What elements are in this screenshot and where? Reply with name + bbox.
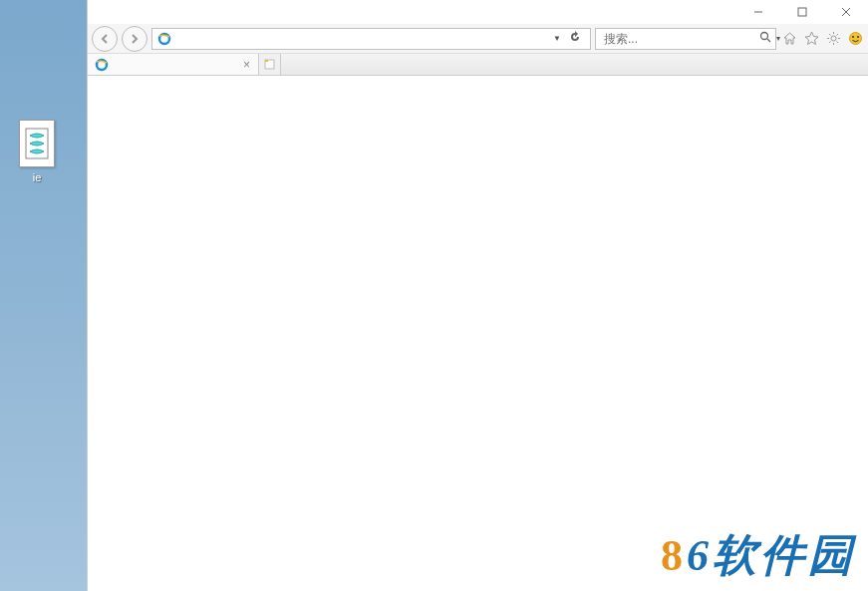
refresh-button[interactable] (564, 31, 586, 46)
minimize-button[interactable] (736, 0, 780, 24)
tools-button[interactable] (824, 30, 842, 48)
close-button[interactable] (824, 0, 868, 24)
svg-point-17 (849, 33, 861, 45)
desktop-shortcut-ie[interactable]: ie (12, 120, 62, 183)
address-bar[interactable]: ▼ (151, 28, 591, 50)
tab-close-button[interactable]: × (241, 58, 252, 72)
feedback-button[interactable] (846, 30, 864, 48)
svg-line-16 (836, 34, 838, 36)
svg-rect-2 (798, 8, 806, 16)
tab-favicon-icon (94, 57, 110, 73)
forward-button[interactable] (122, 26, 147, 52)
browser-window: ▼ ▾ (87, 0, 868, 591)
tab-bar: × (88, 54, 868, 76)
svg-point-19 (857, 36, 859, 38)
search-bar[interactable]: ▾ (595, 28, 776, 50)
maximize-button[interactable] (780, 0, 824, 24)
script-file-icon (19, 120, 55, 167)
search-button[interactable] (757, 31, 773, 46)
page-content (88, 76, 868, 591)
window-titlebar (88, 0, 868, 24)
svg-line-15 (829, 42, 831, 44)
svg-point-6 (761, 33, 768, 40)
address-dropdown-icon[interactable]: ▼ (550, 34, 564, 43)
svg-line-13 (829, 34, 831, 36)
browser-tab[interactable]: × (88, 54, 259, 75)
home-button[interactable] (780, 30, 798, 48)
desktop-shortcut-label: ie (12, 171, 62, 183)
svg-line-7 (767, 39, 770, 42)
favorites-button[interactable] (802, 30, 820, 48)
address-input[interactable] (172, 32, 550, 46)
new-tab-button[interactable] (259, 54, 281, 75)
navigation-bar: ▼ ▾ (88, 24, 868, 54)
svg-point-18 (852, 36, 854, 38)
svg-line-14 (836, 42, 838, 44)
svg-point-8 (831, 36, 836, 41)
back-button[interactable] (92, 26, 118, 52)
ie-logo-icon (156, 31, 172, 47)
search-input[interactable] (600, 32, 757, 46)
